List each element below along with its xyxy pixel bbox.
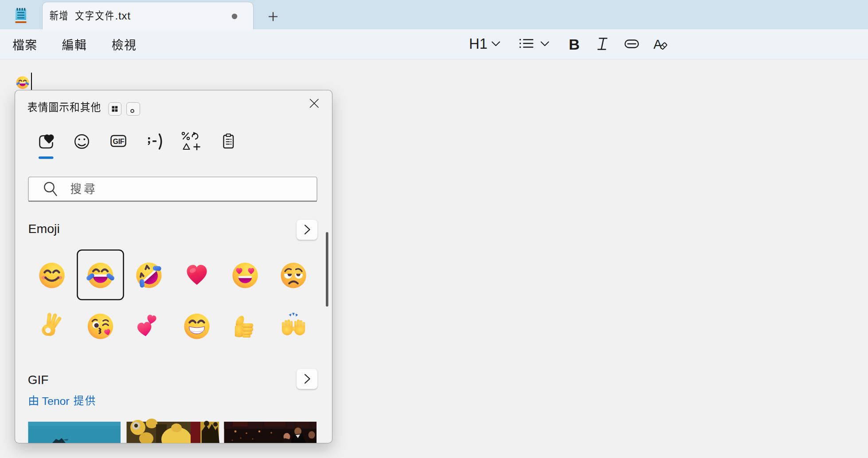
svg-text:.txt: .txt (115, 10, 131, 22)
svg-text:GIF: GIF (28, 373, 49, 387)
svg-text:GIF: GIF (113, 138, 125, 145)
svg-text:H1: H1 (469, 36, 488, 52)
svg-text:B: B (569, 36, 580, 53)
svg-text:A: A (653, 37, 662, 51)
svg-text:Emoji: Emoji (28, 221, 60, 236)
svg-text:Tenor: Tenor (42, 395, 70, 407)
